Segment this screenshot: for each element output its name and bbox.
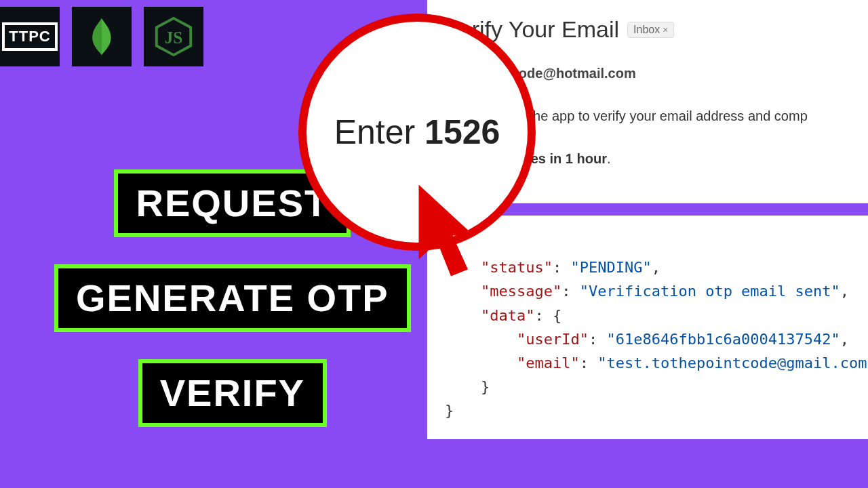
word-generate-otp: GENERATE OTP [54,264,411,332]
ttpc-text: TTPC [2,22,57,51]
word-verify: VERIFY [138,359,327,427]
nodejs-hex-icon: JS [144,7,203,66]
cursor-arrow-icon [400,176,488,278]
callout-pre: Enter [334,113,416,152]
inbox-chip-label: Inbox [633,24,660,36]
mongodb-leaf-icon [72,7,132,66]
callout-code: 1526 [425,113,500,152]
logo-row: TTPC JS [0,7,203,66]
inbox-chip[interactable]: Inbox × [627,22,674,38]
ttpc-logo: TTPC [0,7,60,66]
close-icon[interactable]: × [663,24,668,35]
email-title: Verify Your Email Inbox × [445,16,850,43]
svg-text:JS: JS [165,28,183,47]
json-response-panel: { "status": "PENDING", "message": "Verif… [427,216,868,439]
